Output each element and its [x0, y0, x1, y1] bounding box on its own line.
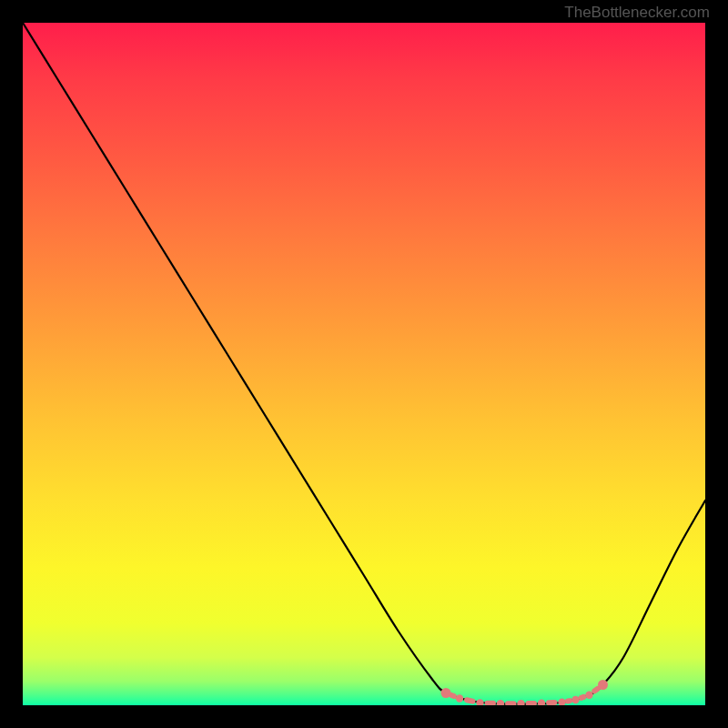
marker-dash: [564, 698, 572, 704]
marker-dash: [505, 701, 516, 705]
marker-dash: [484, 701, 496, 705]
marker-dash: [463, 697, 476, 705]
marker-point: [456, 694, 463, 702]
marker-point: [585, 692, 592, 699]
chart-svg: [23, 23, 705, 705]
marker-point: [497, 700, 504, 705]
marker-point: [517, 700, 524, 705]
marker-point: [476, 699, 483, 705]
highlight-markers: [441, 680, 609, 705]
chart-container: [23, 23, 705, 705]
marker-point: [598, 680, 608, 690]
bottleneck-curve: [23, 23, 705, 704]
marker-dash: [526, 701, 537, 705]
marker-dash: [546, 700, 558, 705]
marker-point: [571, 696, 579, 703]
marker-point: [558, 698, 565, 705]
marker-point: [538, 700, 545, 705]
attribution-text: TheBottlenecker.com: [564, 4, 710, 22]
